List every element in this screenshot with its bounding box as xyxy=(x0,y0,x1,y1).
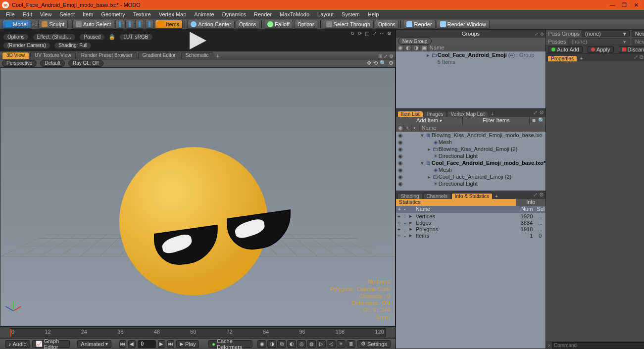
close-button[interactable]: ✕ xyxy=(630,2,642,8)
rig-icon-1[interactable]: ◉ xyxy=(257,340,266,348)
visibility-col-icon[interactable]: ◉ xyxy=(396,125,404,132)
rig-icon-4[interactable]: ◐ xyxy=(287,340,296,348)
move-icon[interactable]: ✥ xyxy=(367,60,371,66)
search-icon[interactable]: 🔍 xyxy=(538,117,545,125)
next-frame-button[interactable]: ▶ xyxy=(158,340,165,348)
tab-shading[interactable]: Shading xyxy=(397,193,423,199)
stats-row[interactable]: +-▸Vertices1920... xyxy=(396,213,545,219)
maximize-button[interactable]: ❐ xyxy=(618,2,630,8)
rig-icon-5[interactable]: ◎ xyxy=(297,340,306,348)
current-frame-input[interactable]: 0 xyxy=(138,340,156,348)
menu-system[interactable]: System xyxy=(338,11,364,17)
apply-button[interactable]: Apply xyxy=(588,46,614,53)
render-camera-button[interactable]: (Render Camera) xyxy=(3,42,50,49)
settings-button[interactable]: ⚙Settings xyxy=(357,340,391,348)
lock-icon[interactable]: 🔒 xyxy=(108,34,115,41)
pass-groups-dropdown[interactable]: (none)▾ xyxy=(582,30,630,37)
panel-gear-icon[interactable]: ⚙ xyxy=(539,192,544,198)
render-window-button[interactable]: Render Window xyxy=(437,20,490,29)
menu-maxtomodo[interactable]: MaxToModo xyxy=(276,11,313,17)
minimize-button[interactable]: — xyxy=(606,2,618,8)
render-lut-button[interactable]: LUT: sRGB xyxy=(119,34,153,41)
sync-icon[interactable]: ⟳ xyxy=(357,31,363,37)
eye-col-icon[interactable]: ◉ xyxy=(396,45,404,51)
name-column-header[interactable]: Name xyxy=(428,45,545,51)
action-center-options-button[interactable]: Options xyxy=(236,20,259,29)
filter-items-button[interactable]: Filter Items xyxy=(463,117,530,125)
menu-file[interactable]: File xyxy=(2,11,19,17)
select-polygons-button[interactable] xyxy=(135,20,144,29)
discard-button[interactable]: Discard xyxy=(619,46,644,53)
rig-icon-2[interactable]: ◑ xyxy=(267,340,276,348)
lock-col-icon[interactable]: ◐ xyxy=(404,45,412,51)
group-row[interactable]: ▸🗀 Cool_Face_Android_Emoji (4) : Group xyxy=(396,51,545,58)
popout-icon[interactable]: ◱ xyxy=(364,31,370,37)
rig-icon-8[interactable]: ◁ xyxy=(327,340,336,348)
gear-viewport-icon[interactable]: ⚙ xyxy=(389,53,394,59)
render-shading-button[interactable]: Shading: Full xyxy=(54,42,92,49)
name-column-header[interactable]: Name xyxy=(420,125,545,132)
rig-icon-7[interactable]: ▷ xyxy=(317,340,326,348)
menu-geometry[interactable]: Geometry xyxy=(97,11,129,17)
item-row[interactable]: ◉☀Directional Light xyxy=(396,180,545,187)
panel-popout-icon[interactable]: ⤢ xyxy=(634,54,638,60)
color-col-icon[interactable]: ▪ xyxy=(412,125,420,132)
rotate-icon[interactable]: ⟲ xyxy=(373,60,378,66)
add-col-icon[interactable]: + xyxy=(404,125,412,132)
item-row[interactable]: ◉▾🗎Blowing_Kiss_Android_Emoji_modo_base.… xyxy=(396,132,545,139)
goto-start-button[interactable]: ⏮ xyxy=(119,340,126,348)
command-input[interactable] xyxy=(552,342,644,349)
menu-help[interactable]: Help xyxy=(364,11,383,17)
new-group-button[interactable]: New Group xyxy=(398,38,432,45)
rig-icon-10[interactable]: ≣ xyxy=(347,340,355,348)
view-type-dropdown[interactable]: Perspective xyxy=(2,60,37,67)
rig-icon-3[interactable]: ⧉ xyxy=(277,340,286,348)
stats-name-header[interactable]: Name xyxy=(414,206,516,213)
menu-layout[interactable]: Layout xyxy=(313,11,338,17)
refresh-icon[interactable]: ↻ xyxy=(349,31,355,37)
item-row[interactable]: ◉◈Mesh xyxy=(396,166,545,173)
select-through-options-button[interactable]: Options xyxy=(375,20,398,29)
model-tab-button[interactable]: Model xyxy=(2,20,31,29)
tab-item-list[interactable]: Item List xyxy=(397,111,423,117)
item-row[interactable]: ◉▾🗎Cool_Face_Android_Emoji_modo_base.lxo… xyxy=(396,159,545,166)
stats-table[interactable]: +-▸Vertices1920...+-▸Edges3834...+-▸Poly… xyxy=(396,213,545,349)
tab-channels[interactable]: Channels xyxy=(423,193,451,199)
rig-icon-6[interactable]: ◍ xyxy=(307,340,316,348)
solo-col-icon[interactable]: ◑ xyxy=(412,45,420,51)
groups-tree[interactable]: ▸🗀 Cool_Face_Android_Emoji (4) : Group 5… xyxy=(396,51,545,108)
new-passgroup-button[interactable]: New xyxy=(632,30,644,37)
graph-editor-button[interactable]: 📈Graph Editor xyxy=(32,340,70,348)
passes-dropdown[interactable]: (none)▾ xyxy=(568,38,629,45)
falloff-button[interactable]: Falloff xyxy=(264,20,293,29)
select-materials-button[interactable] xyxy=(145,20,154,29)
zoom-icon[interactable]: 🔍 xyxy=(380,60,387,66)
render-effect-button[interactable]: Effect: (Shadi… xyxy=(33,34,76,41)
sculpt-button[interactable]: Sculpt xyxy=(38,20,68,29)
group-children-row[interactable]: 5 Items xyxy=(396,58,545,65)
menu-vertexmap[interactable]: Vertex Map xyxy=(155,11,191,17)
item-row[interactable]: ◉☀Directional Light xyxy=(396,152,545,159)
viewport-gear-icon[interactable]: ⚙ xyxy=(389,60,394,66)
info-subtab[interactable]: Info xyxy=(516,199,545,206)
tab-info-stats[interactable]: Info & Statistics xyxy=(451,193,493,199)
expand-viewport-icon[interactable]: ⤢ xyxy=(384,53,388,59)
menu-select[interactable]: Select xyxy=(55,11,79,17)
rig-icon-9[interactable]: ≡ xyxy=(337,340,346,348)
render-paused-button[interactable]: Paused xyxy=(79,34,105,41)
falloff-options-button[interactable]: Options xyxy=(294,20,318,29)
tab-properties[interactable]: Properties xyxy=(547,55,577,61)
tab-schematic[interactable]: Schematic xyxy=(181,52,213,59)
stats-sel-header[interactable]: Sel xyxy=(535,206,545,213)
new-pass-button[interactable]: New xyxy=(632,38,644,45)
add-item-button[interactable]: Add Item ▾ xyxy=(396,117,463,125)
stats-row[interactable]: +-▸Items10 xyxy=(396,232,545,239)
menu-edit[interactable]: Edit xyxy=(19,11,36,17)
panel-gear-icon[interactable]: ⚙ xyxy=(540,30,544,38)
menu-texture[interactable]: Texture xyxy=(129,11,155,17)
tab-3d-view[interactable]: 3D View xyxy=(2,52,29,59)
timeline[interactable]: 0 12 24 36 48 60 72 84 96 108 120 xyxy=(0,326,396,338)
axis-gizmo[interactable] xyxy=(5,296,20,311)
animated-filter-dropdown[interactable]: Animated ▾ xyxy=(77,340,111,348)
add-tab-plus[interactable]: + xyxy=(493,193,500,199)
